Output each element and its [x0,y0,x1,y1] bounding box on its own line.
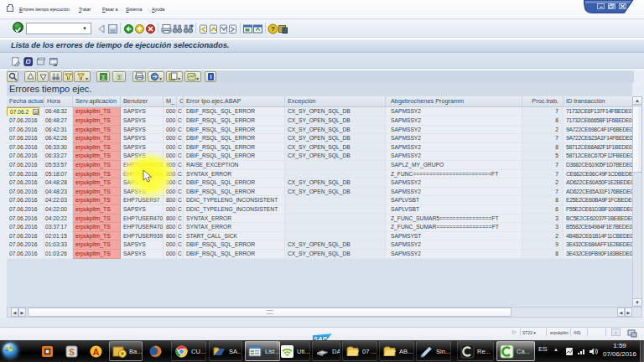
svg-text:i: i [210,73,211,80]
svg-text:S: S [69,348,75,357]
svg-text:?: ? [271,25,275,33]
svg-text:Σ: Σ [117,73,122,80]
svg-text:Σ: Σ [101,73,106,80]
svg-text:A: A [93,347,100,357]
